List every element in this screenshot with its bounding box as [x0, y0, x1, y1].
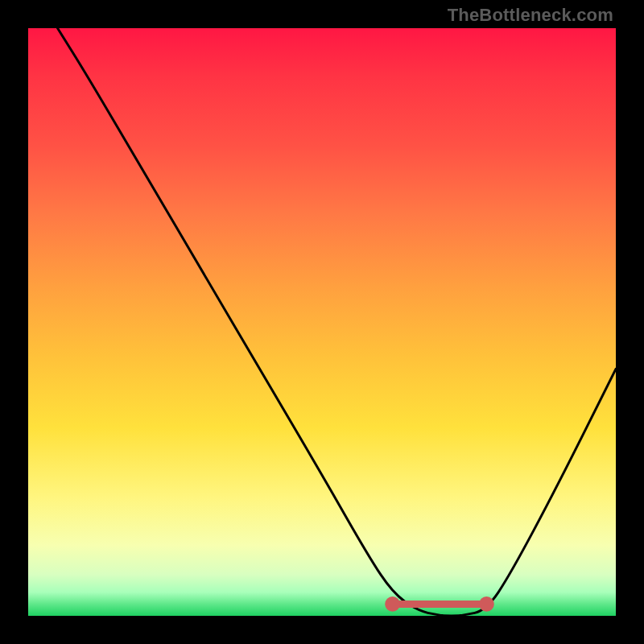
- bottleneck-curve: [58, 28, 617, 616]
- plot-area: [28, 28, 616, 616]
- curve-marker: [479, 597, 494, 612]
- curve-marker: [385, 597, 400, 612]
- watermark-text: TheBottleneck.com: [448, 5, 613, 26]
- chart-frame: TheBottleneck.com: [0, 0, 644, 644]
- bottleneck-curve-svg: [28, 28, 616, 616]
